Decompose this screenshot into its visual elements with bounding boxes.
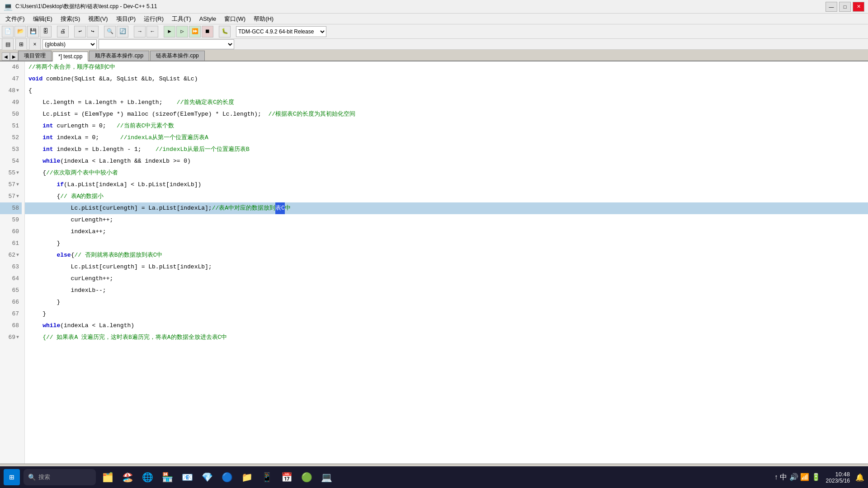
menu-project[interactable]: 项目(P) (113, 14, 139, 24)
indent-button[interactable]: → (134, 26, 146, 38)
close-button[interactable]: ✕ (853, 2, 864, 12)
line-68: 68 (0, 320, 22, 332)
save-all-button[interactable]: 🗄 (40, 26, 52, 38)
code-line-61: } (25, 238, 868, 249)
app-icon: 💻 (4, 2, 13, 11)
code-line-69: {// 如果表A 没遍历完，这时表B遍历完，将表A的数据全放进去表C中 (25, 332, 868, 343)
tabs-bar: ◀ ▶ 项目管理 *] test.cpp 顺序表基本操作.cpp 链表基本操作.… (0, 50, 868, 61)
menu-search[interactable]: 搜索(S) (57, 14, 84, 24)
line-47: 47 (0, 73, 22, 85)
line-54: 54 (0, 155, 22, 167)
ie-icon[interactable]: 🔵 (219, 469, 235, 485)
editor-container: 46 47 48▼ 49 50 51 52 53 54 55▼ 57▼ 57▼ … (0, 61, 868, 464)
minimize-button[interactable]: — (826, 2, 837, 12)
nav-panel-button[interactable]: ▤ (2, 38, 14, 50)
tab-linklist[interactable]: 链表基本操作.cpp (150, 51, 205, 61)
code-line-65: indexLb--; (25, 285, 868, 296)
store-icon[interactable]: 🏪 (159, 469, 175, 485)
taskbar-right: ↑ 中 🔊 📶 🔋 10:48 2023/5/16 🔔 (774, 471, 864, 484)
maximize-button[interactable]: □ (839, 2, 851, 12)
mail-icon[interactable]: 📧 (179, 469, 195, 485)
unindent-button[interactable]: ← (146, 26, 158, 38)
menu-tools[interactable]: 工具(T) (168, 14, 195, 24)
menu-window[interactable]: 窗口(W) (221, 14, 249, 24)
code-line-51: int curLength = 0; //当前表C中元素个数 (25, 120, 868, 132)
compiler-select[interactable]: TDM-GCC 4.9.2 64-bit Release (236, 26, 326, 37)
photo-icon[interactable]: 🏖️ (119, 469, 136, 485)
line-50: 50 (0, 108, 22, 120)
phone-icon[interactable]: 📱 (259, 469, 275, 485)
print-button[interactable]: 🖨 (57, 26, 69, 38)
line-66: 66 (0, 296, 22, 308)
window-title: C:\Users\1\Desktop\数据结构\链表\test.cpp - De… (15, 3, 157, 10)
line-56: 57▼ (0, 179, 22, 191)
debug-button[interactable]: 🐛 (219, 26, 231, 38)
stop-button[interactable]: ⏹ (202, 26, 213, 38)
code-line-63: Lc.pList[curLength] = Lb.pList[indexLb]; (25, 261, 868, 273)
line-61: 61 (0, 238, 22, 249)
nav-toggle-button[interactable]: ⊞ (15, 38, 27, 50)
tab-scroll-left[interactable]: ◀ (2, 52, 10, 61)
file-explorer-icon[interactable]: 🗂️ (99, 469, 116, 485)
tab-scroll-right[interactable]: ▶ (10, 52, 18, 61)
tab-test-cpp[interactable]: *] test.cpp (52, 52, 88, 61)
dev-icon[interactable]: 💻 (318, 469, 335, 485)
compile-button[interactable]: ▶ (164, 26, 175, 38)
code-line-54: while(indexLa < La.length && indexLb >= … (25, 155, 868, 167)
folder-icon[interactable]: 📁 (239, 469, 255, 485)
code-line-66: } (25, 296, 868, 308)
globals-select[interactable]: (globals) (42, 39, 97, 49)
compile-run-button[interactable]: ⏩ (189, 26, 201, 38)
menu-run[interactable]: 运行(R) (140, 14, 167, 24)
tab-project[interactable]: 项目管理 (18, 51, 52, 61)
clock-date: 2023/5/16 (826, 478, 850, 484)
line-63: 63 (0, 261, 22, 273)
notification-icon[interactable]: 🔔 (855, 473, 864, 482)
search-icon: 🔍 (28, 474, 36, 481)
code-line-48: { (25, 85, 868, 97)
code-area[interactable]: //将两个表合并，顺序存储到C中 void combine(SqList &La… (25, 61, 868, 464)
nav-close-button[interactable]: × (29, 38, 41, 50)
red-icon[interactable]: 💎 (199, 469, 215, 485)
line-55: 55▼ (0, 167, 22, 179)
line-67: 67 (0, 308, 22, 320)
open-file-button[interactable]: 📂 (14, 26, 26, 38)
system-tray-icons: ↑ 中 🔊 📶 🔋 (774, 473, 821, 482)
menu-bar: 文件(F) 编辑(E) 搜索(S) 视图(V) 项目(P) 运行(R) 工具(T… (0, 14, 868, 24)
func-select[interactable] (99, 39, 234, 49)
calendar-icon[interactable]: 📅 (278, 469, 295, 485)
start-button[interactable]: ⊞ (4, 469, 20, 485)
redo-button[interactable]: ↪ (87, 26, 99, 38)
menu-edit[interactable]: 编辑(E) (29, 14, 56, 24)
menu-help[interactable]: 帮助(H) (250, 14, 277, 24)
nav-bar: ▤ ⊞ × (globals) (0, 39, 868, 50)
menu-astyle[interactable]: AStyle (196, 14, 220, 23)
line-52: 52 (0, 132, 22, 144)
toolbar1: 📄 📂 💾 🗄 🖨 ↩ ↪ 🔍 🔄 → ← ▶ ▷ ⏩ ⏹ 🐛 TDM-GCC … (0, 24, 868, 39)
line-58: 58 (0, 202, 22, 214)
save-file-button[interactable]: 💾 (27, 26, 39, 38)
menu-file[interactable]: 文件(F) (2, 14, 28, 24)
clock: 10:48 2023/5/16 (826, 471, 850, 484)
edge-icon[interactable]: 🌐 (139, 469, 156, 485)
title-bar: 💻 C:\Users\1\Desktop\数据结构\链表\test.cpp - … (0, 0, 868, 14)
taskbar: ⊞ 🔍 搜索 🗂️ 🏖️ 🌐 🏪 📧 💎 🔵 📁 📱 📅 🟢 💻 ↑ 中 🔊 📶… (0, 466, 868, 488)
line-49: 49 (0, 97, 22, 108)
code-line-50: Lc.pList = (ElemType *) malloc (sizeof(E… (25, 108, 868, 120)
code-line-57: {// 表A的数据小 (25, 191, 868, 202)
code-line-67: } (25, 308, 868, 320)
line-65: 65 (0, 285, 22, 296)
code-line-52: int indexLa = 0; //indexLa从第一个位置遍历表A (25, 132, 868, 144)
replace-button[interactable]: 🔄 (117, 26, 128, 38)
green-icon[interactable]: 🟢 (298, 469, 315, 485)
find-button[interactable]: 🔍 (104, 26, 116, 38)
tab-sqlist[interactable]: 顺序表基本操作.cpp (89, 51, 149, 61)
line-64: 64 (0, 273, 22, 285)
menu-view[interactable]: 视图(V) (85, 14, 111, 24)
clock-time: 10:48 (835, 471, 850, 478)
run-button[interactable]: ▷ (176, 26, 188, 38)
undo-button[interactable]: ↩ (74, 26, 86, 38)
search-button[interactable]: 🔍 搜索 (24, 469, 96, 485)
new-file-button[interactable]: 📄 (2, 26, 14, 38)
code-line-60: indexLa++; (25, 226, 868, 238)
